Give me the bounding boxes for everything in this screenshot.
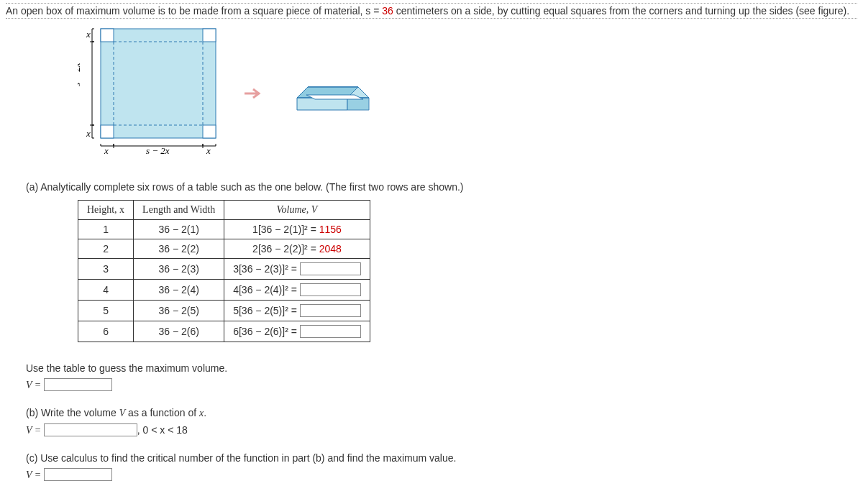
cell-lw: 36 − 2(4) <box>134 280 224 301</box>
svg-rect-3 <box>101 125 114 138</box>
cell-vol: 2[36 − 2(2)]² = 2048 <box>224 239 370 259</box>
svg-text:x: x <box>104 145 109 156</box>
svg-marker-18 <box>347 98 369 110</box>
svg-text:x: x <box>206 145 211 156</box>
partc-input[interactable] <box>44 468 112 481</box>
table-row: 1 36 − 2(1) 1[36 − 2(1)]² = 1156 <box>78 220 370 239</box>
intro-pre: An open box of maximum volume is to be m… <box>6 5 382 17</box>
cell-lw: 36 − 2(6) <box>134 321 224 342</box>
th-lw: Length and Width <box>134 201 224 220</box>
table-row: 5 36 − 2(5) 5[36 − 2(5)]² = <box>78 301 370 321</box>
vol-input-5[interactable] <box>300 304 361 317</box>
guess-input[interactable] <box>44 378 112 391</box>
guess-text: Use the table to guess the maximum volum… <box>26 362 857 374</box>
th-height: Height, x <box>78 201 134 220</box>
cell-h: 6 <box>78 321 134 342</box>
volume-table: Height, x Length and Width Volume, V 1 3… <box>78 200 370 342</box>
flat-diagram: x s − 2x x x s − 2x x <box>78 23 222 167</box>
part-c-section: (c) Use calculus to find the critical nu… <box>26 452 857 481</box>
folded-box-diagram <box>286 65 380 125</box>
svg-text:x: x <box>86 29 91 40</box>
table-row: 6 36 − 2(6) 6[36 − 2(6)]² = <box>78 321 370 342</box>
cell-vol: 1[36 − 2(1)]² = 1156 <box>224 220 370 239</box>
svg-rect-1 <box>101 29 114 42</box>
s-value: 36 <box>382 5 393 17</box>
arrow-icon <box>243 85 265 105</box>
cell-vol: 5[36 − 2(5)]² = <box>224 301 370 321</box>
svg-text:s − 2x: s − 2x <box>78 63 82 86</box>
problem-intro: An open box of maximum volume is to be m… <box>6 3 857 19</box>
th-vol: Volume, V <box>224 201 370 220</box>
vol-input-4[interactable] <box>300 283 361 296</box>
part-c-text: (c) Use calculus to find the critical nu… <box>26 452 857 464</box>
vol-input-6[interactable] <box>300 325 361 338</box>
svg-marker-20 <box>306 95 363 99</box>
figure-row: x s − 2x x x s − 2x x <box>78 23 857 167</box>
table-row: 3 36 − 2(3) 3[36 − 2(3)]² = <box>78 259 370 280</box>
partc-lhs: V = <box>26 469 44 480</box>
cell-lw: 36 − 2(3) <box>134 259 224 280</box>
cell-lw: 36 − 2(5) <box>134 301 224 321</box>
cell-h: 5 <box>78 301 134 321</box>
svg-text:x: x <box>86 128 91 139</box>
partb-lhs: V = <box>26 425 44 436</box>
guess-section: Use the table to guess the maximum volum… <box>26 362 857 391</box>
cell-vol: 6[36 − 2(6)]² = <box>224 321 370 342</box>
cell-lw: 36 − 2(1) <box>134 220 224 239</box>
guess-lhs: V = <box>26 380 44 390</box>
partb-input[interactable] <box>44 423 137 436</box>
intro-post: centimeters on a side, by cutting equal … <box>393 5 849 17</box>
partb-domain: , 0 < x < 18 <box>137 424 188 436</box>
cell-h: 2 <box>78 239 134 259</box>
cell-lw: 36 − 2(2) <box>134 239 224 259</box>
cell-h: 1 <box>78 220 134 239</box>
part-b-section: (b) Write the volume V as a function of … <box>26 407 857 436</box>
svg-rect-2 <box>203 29 216 42</box>
table-row: 4 36 − 2(4) 4[36 − 2(4)]² = <box>78 280 370 301</box>
part-b-text: (b) Write the volume V as a function of … <box>26 407 857 419</box>
cell-vol: 3[36 − 2(3)]² = <box>224 259 370 280</box>
svg-marker-17 <box>297 98 347 110</box>
vol-input-3[interactable] <box>300 262 361 275</box>
part-a-text: (a) Analytically complete six rows of a … <box>26 181 857 193</box>
svg-rect-0 <box>101 29 216 138</box>
svg-text:s − 2x: s − 2x <box>146 145 170 156</box>
svg-rect-4 <box>203 125 216 138</box>
cell-vol: 4[36 − 2(4)]² = <box>224 280 370 301</box>
table-row: 2 36 − 2(2) 2[36 − 2(2)]² = 2048 <box>78 239 370 259</box>
cell-h: 4 <box>78 280 134 301</box>
cell-h: 3 <box>78 259 134 280</box>
